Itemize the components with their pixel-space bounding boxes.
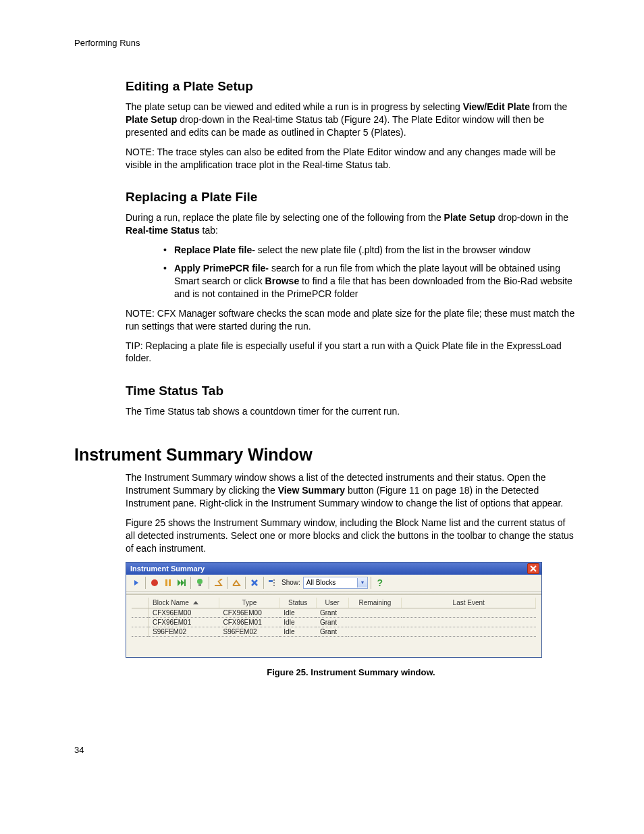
- svg-point-1: [151, 579, 158, 586]
- svg-rect-13: [273, 585, 275, 586]
- table-row[interactable]: CFX96EM00CFX96EM00IdleGrant: [132, 608, 536, 617]
- cell-type: S96FEM02: [219, 627, 279, 636]
- sort-asc-icon: [193, 601, 198, 604]
- instr-p2: Figure 25 shows the Instrument Summary w…: [126, 517, 576, 555]
- show-label: Show:: [281, 579, 300, 586]
- svg-rect-8: [198, 584, 201, 586]
- col-type[interactable]: Type: [219, 598, 279, 608]
- text: from the: [530, 101, 567, 112]
- page-number: 34: [74, 745, 576, 755]
- svg-marker-0: [134, 580, 138, 585]
- cell-remaining: [348, 617, 402, 627]
- svg-line-9: [219, 579, 222, 581]
- instrument-summary-window: Instrument Summary: [126, 562, 542, 658]
- instrument-table: Block Name Type Status User Remaining La…: [132, 598, 536, 637]
- cell-status: Idle: [279, 627, 316, 636]
- replacing-note: NOTE: CFX Manager software checks the sc…: [126, 307, 576, 333]
- col-remaining[interactable]: Remaining: [348, 598, 402, 608]
- svg-point-7: [197, 579, 203, 584]
- text-bold: View Summary: [278, 485, 345, 496]
- toolbar-properties-icon[interactable]: [267, 577, 279, 589]
- cell-block: S96FEM02: [149, 627, 219, 636]
- cell-block: CFX96EM01: [149, 617, 219, 627]
- col-block-name[interactable]: Block Name: [149, 598, 219, 608]
- text: select the new plate file (.pltd) from t…: [255, 244, 531, 255]
- table-row[interactable]: S96FEM02S96FEM02IdleGrant: [132, 627, 536, 636]
- row-handle[interactable]: [132, 627, 149, 636]
- text-bold: Plate Setup: [444, 212, 495, 223]
- heading-instrument-summary: Instrument Summary Window: [74, 445, 576, 465]
- svg-rect-10: [269, 580, 273, 582]
- cell-user: Grant: [316, 627, 348, 636]
- cell-remaining: [348, 627, 402, 636]
- toolbar-arrow-icon[interactable]: [130, 577, 142, 589]
- svg-rect-3: [169, 579, 171, 586]
- heading-editing: Editing a Plate Setup: [126, 79, 576, 94]
- cell-remaining: [348, 608, 402, 617]
- cell-block: CFX96EM00: [149, 608, 219, 617]
- window-titlebar: Instrument Summary: [126, 563, 541, 575]
- row-handle[interactable]: [132, 608, 149, 617]
- cell-type: CFX96EM01: [219, 617, 279, 627]
- bullet-replace-plate: Replace Plate file- select the new plate…: [163, 244, 576, 257]
- heading-replacing: Replacing a Plate File: [126, 190, 576, 205]
- svg-marker-4: [178, 579, 181, 586]
- toolbar-open-lid-icon[interactable]: [212, 577, 224, 589]
- toolbar-pause-icon[interactable]: [162, 577, 174, 589]
- window-title: Instrument Summary: [130, 565, 205, 573]
- text-bold: Apply PrimePCR file-: [174, 263, 269, 273]
- text: The plate setup can be viewed and edited…: [126, 101, 463, 112]
- window-toolbar: Show: All Blocks ▾ ?: [126, 575, 541, 592]
- close-button[interactable]: [527, 563, 539, 574]
- bullet-apply-primepcr: Apply PrimePCR file- search for a run fi…: [163, 262, 576, 301]
- text: tab:: [200, 225, 218, 236]
- text: drop-down in the: [495, 212, 568, 223]
- svg-rect-2: [165, 579, 167, 586]
- editing-note: NOTE: The trace styles can also be edite…: [126, 146, 576, 172]
- cell-status: Idle: [279, 617, 316, 627]
- show-select-value: All Blocks: [306, 579, 336, 586]
- col-status[interactable]: Status: [279, 598, 316, 608]
- text-bold: Real-time Status: [126, 225, 200, 236]
- svg-rect-6: [184, 579, 186, 586]
- row-handle-header: [132, 598, 149, 608]
- replacing-bullets: Replace Plate file- select the new plate…: [126, 244, 576, 301]
- timestatus-p1: The Time Status tab shows a countdown ti…: [126, 405, 576, 418]
- replacing-tip: TIP: Replacing a plate file is especiall…: [126, 340, 576, 365]
- cell-user: Grant: [316, 617, 348, 627]
- show-select[interactable]: All Blocks ▾: [303, 577, 368, 589]
- cell-last: [402, 617, 536, 627]
- toolbar-cancel-icon[interactable]: [248, 577, 261, 589]
- toolbar-record-icon[interactable]: [149, 577, 161, 589]
- close-icon: [530, 565, 537, 572]
- toolbar-close-lid-icon[interactable]: [230, 577, 242, 589]
- toolbar-help-icon[interactable]: ?: [374, 577, 386, 589]
- col-last-event[interactable]: Last Event: [402, 598, 536, 608]
- text: drop-down in the Real-time Status tab (F…: [126, 114, 544, 138]
- text-bold: View/Edit Plate: [463, 101, 530, 112]
- svg-rect-11: [273, 579, 275, 581]
- toolbar-lightbulb-icon[interactable]: [194, 577, 206, 589]
- text-bold: Replace Plate file-: [174, 244, 255, 255]
- text-bold: Browse: [265, 276, 300, 286]
- text: During a run, replace the plate file by …: [126, 212, 444, 223]
- cell-type: CFX96EM00: [219, 608, 279, 617]
- cell-user: Grant: [316, 608, 348, 617]
- col-user[interactable]: User: [316, 598, 348, 608]
- editing-p1: The plate setup can be viewed and edited…: [126, 101, 576, 139]
- chevron-down-icon: ▾: [357, 578, 367, 588]
- heading-timestatus: Time Status Tab: [126, 384, 576, 398]
- figure-caption: Figure 25. Instrument Summary window.: [126, 667, 576, 677]
- replacing-p1: During a run, replace the plate file by …: [126, 211, 576, 237]
- instr-p1: The Instrument Summary window shows a li…: [126, 471, 576, 510]
- svg-marker-5: [181, 579, 184, 586]
- table-row[interactable]: CFX96EM01CFX96EM01IdleGrant: [132, 617, 536, 627]
- cell-last: [402, 608, 536, 617]
- running-head: Performing Runs: [74, 38, 576, 48]
- cell-last: [402, 627, 536, 636]
- text-bold: Plate Setup: [126, 114, 177, 125]
- cell-status: Idle: [279, 608, 316, 617]
- svg-rect-12: [273, 582, 275, 583]
- toolbar-skip-icon[interactable]: [176, 577, 188, 589]
- row-handle[interactable]: [132, 617, 149, 627]
